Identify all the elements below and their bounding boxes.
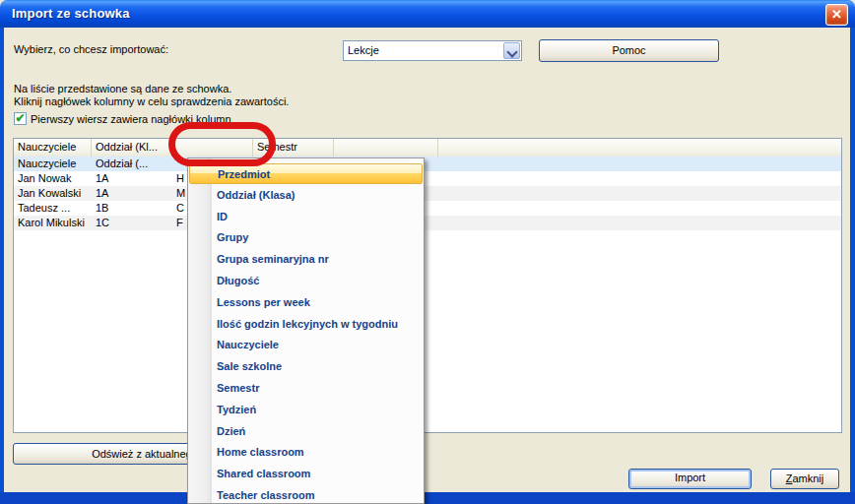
import-dialog: Import ze schowka ✕ Wybierz, co chcesz i…: [0, 0, 855, 504]
clipboard-info-line1: Na liście przedstawione są dane ze schow…: [14, 83, 231, 94]
table-row[interactable]: Tadeusz ...1BC: [14, 201, 841, 216]
menu-item-grupy[interactable]: Grupy: [189, 227, 423, 248]
table-cell: Karol Mikulski: [18, 217, 85, 228]
combo-dropdown-button[interactable]: [503, 42, 520, 59]
table-row[interactable]: NauczycieleOddział (...: [14, 157, 841, 171]
clipboard-data-table: NauczycieleOddział (Kl...Semestr Nauczyc…: [13, 138, 842, 433]
table-cell: H: [176, 172, 184, 184]
column-type-menu: PrzedmiotOddział (Klasa)IDGrupyGrupa sem…: [187, 158, 425, 504]
close-icon: ✕: [831, 7, 842, 22]
title-bar[interactable]: Import ze schowka: [0, 0, 855, 28]
column-header[interactable]: Nauczyciele: [14, 139, 92, 157]
window-border-left: [0, 28, 4, 504]
menu-item-home-classroom[interactable]: Home classroom: [189, 442, 423, 463]
table-header-row: NauczycieleOddział (Kl...Semestr: [14, 139, 841, 158]
dialog-title: Import ze schowka: [12, 6, 130, 21]
table-cell: 1A: [96, 187, 108, 199]
menu-item-shared-classroom[interactable]: Shared classroom: [189, 464, 423, 484]
menu-item-dzie-[interactable]: Dzień: [189, 421, 423, 442]
menu-item-lessons-per-week[interactable]: Lessons per week: [189, 292, 423, 313]
table-row[interactable]: Karol Mikulski1CF: [14, 216, 841, 230]
window-border-right: [850, 28, 855, 504]
column-header[interactable]: [334, 139, 438, 157]
chevron-down-icon: [506, 46, 517, 57]
column-header[interactable]: Oddział (Kl...: [92, 139, 172, 157]
table-row[interactable]: Jan Kowalski1AM: [14, 186, 841, 201]
table-cell: Jan Kowalski: [18, 187, 81, 199]
table-cell: F: [176, 217, 183, 228]
menu-item-teacher-classroom[interactable]: Teacher classroom: [189, 485, 423, 504]
menu-item-d-ugo-[interactable]: Długość: [189, 271, 423, 291]
menu-item-sale-szkolne[interactable]: Sale szkolne: [189, 356, 423, 377]
annotation-circle: [168, 122, 276, 166]
table-cell: Nauczyciele: [18, 158, 76, 169]
clipboard-info-line2: Kliknij nagłówek kolumny w celu sprawdze…: [14, 95, 289, 107]
menu-item-grupa-seminaryjna-nr[interactable]: Grupa seminaryjna nr: [189, 249, 423, 270]
import-button[interactable]: Import: [628, 469, 752, 489]
window-border-bottom: [0, 492, 855, 504]
menu-item-ilo-godzin-lekcyjnych-w-tygodniu[interactable]: Ilość godzin lekcyjnych w tygodniu: [189, 314, 423, 335]
table-cell: Jan Nowak: [18, 172, 71, 184]
table-cell: Tadeusz ...: [18, 202, 70, 214]
menu-item-id[interactable]: ID: [189, 207, 423, 227]
table-cell: 1C: [96, 217, 109, 228]
close-button[interactable]: ✕: [825, 4, 848, 26]
first-row-headers-checkbox[interactable]: ✔: [14, 112, 27, 125]
choose-import-label: Wybierz, co chcesz importować:: [14, 43, 168, 55]
help-button[interactable]: Pomoc: [539, 39, 719, 62]
menu-item-semestr[interactable]: Semestr: [189, 378, 423, 399]
check-icon: ✔: [15, 111, 25, 125]
close-dialog-button[interactable]: Zamknij: [770, 469, 839, 489]
menu-item-tydzie-[interactable]: Tydzień: [189, 400, 423, 420]
menu-item-oddzia-klasa-[interactable]: Oddział (Klasa): [189, 185, 423, 206]
import-type-value: Lekcje: [348, 44, 379, 56]
menu-item-przedmiot[interactable]: Przedmiot: [189, 163, 423, 184]
table-cell: 1B: [96, 202, 108, 214]
menu-item-nauczyciele[interactable]: Nauczyciele: [189, 335, 423, 355]
table-cell: Oddział (...: [96, 158, 148, 169]
import-type-select[interactable]: Lekcje: [343, 40, 522, 61]
table-cell: C: [176, 202, 184, 214]
table-row[interactable]: Jan Nowak1AH: [14, 171, 841, 186]
close-button-label-rest: amknij: [792, 472, 823, 484]
table-cell: M: [176, 187, 185, 199]
table-cell: 1A: [96, 172, 108, 184]
